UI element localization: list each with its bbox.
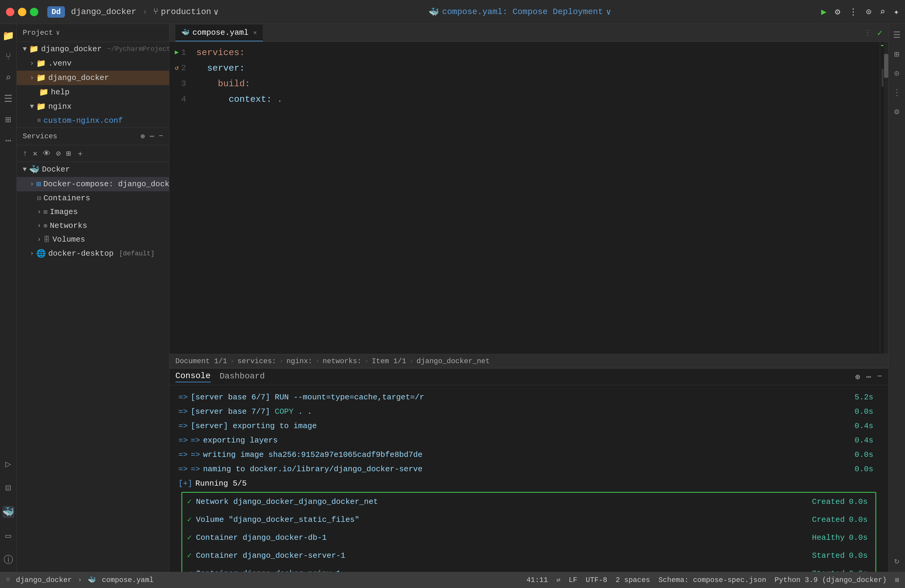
tab-more-icon[interactable]: ⋮ [864, 29, 871, 37]
images-label: Images [50, 208, 78, 216]
run-icon[interactable]: ▶ [821, 6, 827, 17]
branch-name[interactable]: ⑂ production ∨ [153, 7, 219, 17]
services-networks[interactable]: › ⊛ Networks [17, 219, 169, 233]
sidebar-icon-info[interactable]: ⓘ [2, 554, 14, 566]
branch-chevron: ∨ [214, 7, 219, 17]
gutter-icon-1[interactable]: ☰ [893, 30, 900, 40]
arrow-6: => [178, 462, 187, 476]
gutter-icon-5[interactable]: ⚙ [894, 106, 899, 117]
services-containers[interactable]: ⊡ Containers [17, 191, 169, 205]
status-bar: ⑂ django_docker › 🐳 compose.yaml 41:11 ⇄… [0, 572, 905, 588]
gutter-icon-4[interactable]: ⋮ [893, 87, 901, 98]
networks-icon: ⊛ [43, 222, 47, 230]
tab-close-icon[interactable]: ✕ [253, 29, 257, 36]
tree-item-nginx[interactable]: ▼ 📁 nginx [17, 99, 169, 114]
file-tree-panel: Project ∨ ▼ 📁 django_docker ~/PycharmPro… [17, 24, 169, 572]
console-more[interactable]: ⋯ [866, 372, 871, 382]
sidebar-icon-terminal[interactable]: ⊡ [2, 482, 14, 494]
close-button[interactable] [6, 8, 14, 16]
gtime-5: 0.0s [849, 566, 870, 572]
tree-item-nginx-conf[interactable]: ≡ custom-nginx.conf [17, 114, 169, 127]
services-compose[interactable]: › ⊞ Docker-compose: django_docker health… [17, 177, 169, 191]
gear-icon[interactable]: ✦ [894, 6, 899, 17]
tool-up[interactable]: ↑ [23, 149, 27, 158]
console-minimize[interactable]: − [877, 372, 882, 382]
conf-label: custom-nginx.conf [43, 116, 123, 125]
gutter-icon-bottom[interactable]: ↻ [894, 556, 899, 566]
django-label: django_docker [48, 73, 109, 82]
status-le: LF [568, 576, 577, 584]
tree-item-venv[interactable]: › 📁 .venv [17, 56, 169, 71]
sidebar-icon-folder[interactable]: 📁 [2, 30, 14, 42]
sidebar-icon-search[interactable]: ⌕ [2, 72, 14, 84]
settings-icon[interactable]: ⚙ [835, 6, 840, 17]
status-expand-icon[interactable]: ⊞ [895, 576, 899, 584]
services-docker-desktop[interactable]: › 🌐 docker-desktop [default] [17, 246, 169, 261]
services-panel: Services ⊕ ⋯ − ↑ ✕ 👁 ⊘ ⊞ ＋ ▼ 🐳 Docker [17, 127, 169, 572]
console-tab-console[interactable]: Console [175, 371, 211, 382]
line-num-4: 4 [169, 92, 193, 107]
sidebar-icon-structure[interactable]: ☰ [2, 93, 14, 105]
refresh-gutter-icon[interactable]: ↺ [175, 60, 179, 76]
console-body[interactable]: => [server base 6/7] RUN --mount=type=ca… [169, 385, 888, 572]
gutter-icon-3[interactable]: ⊙ [894, 68, 899, 78]
user-icon[interactable]: ⊙ [866, 6, 872, 17]
green-line-5: ✓ Container django_docker-nginx-1 Starte… [182, 565, 875, 572]
services-more-icon[interactable]: ⋯ [150, 132, 154, 141]
scrollbar-thumb[interactable] [884, 54, 888, 78]
glabel-3: Container django_docker-db-1 [196, 530, 327, 545]
more-icon[interactable]: ⋮ [849, 6, 858, 17]
services-label: Services [23, 132, 57, 140]
search-icon[interactable]: ⌕ [880, 6, 885, 17]
run-gutter-icon[interactable]: ▶ [175, 45, 179, 60]
bc-sep5: › [409, 357, 413, 365]
gstatus-2: Created [812, 512, 845, 528]
maximize-button[interactable] [30, 8, 38, 16]
services-docker[interactable]: ▼ 🐳 Docker [17, 162, 169, 177]
console-globe[interactable]: ⊕ [855, 372, 860, 382]
console-header: Console Dashboard ⊕ ⋯ − [169, 369, 888, 385]
code-area[interactable]: ▶ 1 services: ↺ 2 server: 3 [169, 42, 888, 354]
tree-root[interactable]: ▼ 📁 django_docker ~/PycharmProjects/djar… [17, 42, 169, 56]
compose-icon: 🐳 [429, 7, 439, 17]
networks-label: Networks [50, 221, 87, 230]
sidebar-icon-docker[interactable]: 🐳 [2, 506, 14, 518]
gtime-1: 0.0s [849, 494, 870, 510]
gutter-mark [881, 45, 883, 46]
tool-eye[interactable]: 👁 [43, 149, 51, 158]
minimize-button[interactable] [18, 8, 26, 16]
status-git-icon: ⑂ [6, 576, 10, 584]
tab-compose-icon: 🐳 [181, 29, 189, 37]
tree-item-django[interactable]: › 📁 django_docker [17, 71, 169, 85]
tree-item-help[interactable]: 📁 help [17, 85, 169, 99]
sidebar-icon-run[interactable]: ▷ [2, 458, 14, 470]
sidebar-icon-terminal2[interactable]: ▭ [2, 530, 14, 542]
code-line-4: 4 context: . [169, 92, 888, 107]
root-folder-icon: 📁 [29, 44, 39, 54]
title-center: 🐳 compose.yaml: Compose Deployment ∨ [224, 7, 815, 17]
status-project: django_docker [16, 576, 72, 584]
ctext-7: Running 5/5 [195, 476, 247, 491]
scrollbar-track[interactable] [884, 42, 888, 354]
services-volumes[interactable]: › 🗄 Volumes [17, 233, 169, 246]
venv-folder-icon: 📁 [36, 59, 46, 68]
gutter-icon-2[interactable]: ⊞ [894, 49, 899, 59]
sidebar-icon-git[interactable]: ⑂ [2, 51, 14, 63]
tool-layout[interactable]: ⊞ [66, 149, 71, 158]
tab-compose[interactable]: 🐳 compose.yaml ✕ [175, 25, 263, 41]
project-header[interactable]: Project ∨ [17, 24, 169, 42]
sidebar-icon-database[interactable]: ⊞ [2, 114, 14, 126]
console-tab-dashboard[interactable]: Dashboard [220, 372, 265, 382]
tool-plus[interactable]: ＋ [76, 148, 84, 159]
tool-filter[interactable]: ⊘ [56, 149, 61, 158]
django-folder-icon: 📁 [36, 73, 46, 83]
tool-x[interactable]: ✕ [33, 149, 38, 158]
console-line-4: => => exporting layers 0.4s [178, 433, 879, 448]
title-bar: Dd django_docker › ⑂ production ∨ 🐳 comp… [0, 0, 905, 24]
services-minus-icon[interactable]: − [159, 132, 163, 141]
code-text-2: server: [193, 60, 245, 76]
sidebar-icon-dots[interactable]: ⋯ [2, 135, 14, 147]
services-images[interactable]: › ⊞ Images [17, 205, 169, 219]
arrow-2: => [178, 404, 187, 419]
services-globe-icon[interactable]: ⊕ [141, 132, 145, 141]
